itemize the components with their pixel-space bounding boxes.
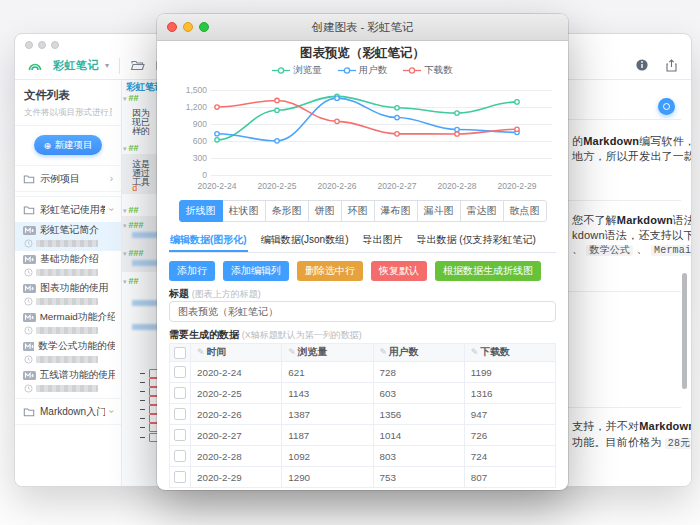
action-button[interactable]: 恢复默认 <box>371 261 427 281</box>
table-cell[interactable]: 1092 <box>282 446 373 467</box>
dialog-titlebar[interactable]: 创建图表 - 彩虹笔记 <box>157 14 568 41</box>
chart-type-tab[interactable]: 环图 <box>341 200 375 222</box>
data-point[interactable] <box>335 96 339 100</box>
table-cell[interactable]: 2020-2-29 <box>191 467 282 488</box>
table-cell[interactable]: 753 <box>373 467 464 488</box>
open-folder-icon[interactable] <box>130 58 145 73</box>
chart-type-tab[interactable]: 饼图 <box>308 200 342 222</box>
action-button[interactable]: 删除选中行 <box>297 261 363 281</box>
table-cell[interactable]: 724 <box>464 446 555 467</box>
table-cell[interactable]: 2020-2-27 <box>191 425 282 446</box>
table-cell[interactable]: 728 <box>373 362 464 383</box>
data-point[interactable] <box>215 105 219 109</box>
table-cell[interactable]: 803 <box>373 446 464 467</box>
table-cell[interactable]: 1143 <box>282 383 373 404</box>
table-cell[interactable]: 2020-2-28 <box>191 446 282 467</box>
data-point[interactable] <box>515 100 519 104</box>
data-point[interactable] <box>215 132 219 136</box>
sidebar-folder-tutorial[interactable]: 彩虹笔记使用教程 › <box>15 196 121 222</box>
sidebar-note-item[interactable]: 彩虹笔记简介 <box>15 222 121 251</box>
action-button[interactable]: 根据数据生成折线图 <box>435 261 541 281</box>
sidebar-folder-example[interactable]: 示例项目 › <box>15 165 121 192</box>
data-point[interactable] <box>395 115 399 119</box>
data-point[interactable] <box>335 119 339 123</box>
row-checkbox[interactable] <box>174 366 186 378</box>
data-point[interactable] <box>455 127 459 131</box>
chart-type-tab[interactable]: 条形图 <box>265 200 309 222</box>
data-point[interactable] <box>395 106 399 110</box>
legend-item-下载数[interactable]: 下载数 <box>403 64 453 77</box>
edit-column-icon[interactable]: ✎ <box>197 347 205 357</box>
edit-column-icon[interactable]: ✎ <box>471 347 479 357</box>
table-cell[interactable]: 603 <box>373 383 464 404</box>
data-point[interactable] <box>275 98 279 102</box>
row-checkbox[interactable] <box>174 408 186 420</box>
sidebar-folder-markdown[interactable]: Markdown入门教程 › <box>15 398 121 425</box>
row-checkbox[interactable] <box>174 387 186 399</box>
table-cell[interactable]: 1199 <box>464 362 555 383</box>
chart-type-tab[interactable]: 瀑布图 <box>374 200 418 222</box>
data-point[interactable] <box>215 138 219 142</box>
chart-type-tab[interactable]: 折线图 <box>179 200 223 222</box>
data-point[interactable] <box>395 132 399 136</box>
select-all-checkbox[interactable] <box>174 347 186 359</box>
editor-code-fragment: d` <box>132 184 143 194</box>
row-checkbox[interactable] <box>174 450 186 462</box>
column-header[interactable]: ✎浏览量 <box>282 344 373 362</box>
data-point[interactable] <box>455 111 459 115</box>
column-header[interactable]: ✎下载数 <box>464 344 555 362</box>
window-zoom-button[interactable] <box>51 41 59 49</box>
table-cell[interactable]: 726 <box>464 425 555 446</box>
legend-item-浏览量[interactable]: 浏览量 <box>272 64 322 77</box>
sidebar-note-item[interactable]: 图表功能的使用 <box>15 280 121 309</box>
data-point[interactable] <box>455 132 459 136</box>
legend-item-用户数[interactable]: 用户数 <box>338 64 388 77</box>
table-cell[interactable]: 621 <box>282 362 373 383</box>
table-cell[interactable]: 2020-2-25 <box>191 383 282 404</box>
data-tab[interactable]: 编辑数据(图形化) <box>169 230 248 252</box>
sidebar-note-item[interactable]: 五线谱功能的使用 <box>15 367 121 396</box>
app-name[interactable]: 彩虹笔记 <box>53 58 99 73</box>
data-tab[interactable]: 导出数据 (仅支持彩虹笔记) <box>415 230 536 252</box>
line-chart: 03006009001,2001,5002020-2-242020-2-2520… <box>169 78 556 192</box>
table-cell[interactable]: 807 <box>464 467 555 488</box>
scrollbar[interactable] <box>682 273 687 389</box>
row-checkbox[interactable] <box>174 429 186 441</box>
action-button[interactable]: 添加行 <box>169 261 215 281</box>
row-checkbox[interactable] <box>174 471 186 483</box>
new-project-button[interactable]: ⊕新建项目 <box>34 135 103 155</box>
edit-column-icon[interactable]: ✎ <box>288 347 296 357</box>
column-header[interactable]: ✎时间 <box>191 344 282 362</box>
table-cell[interactable]: 1356 <box>373 404 464 425</box>
data-tab[interactable]: 导出图片 <box>361 230 403 252</box>
window-close-button[interactable] <box>25 41 33 49</box>
chart-type-tab[interactable]: 漏斗图 <box>417 200 461 222</box>
chevron-down-icon[interactable]: ▾ <box>105 61 109 70</box>
table-cell[interactable]: 1387 <box>282 404 373 425</box>
data-point[interactable] <box>275 139 279 143</box>
table-cell[interactable]: 2020-2-24 <box>191 362 282 383</box>
data-tab[interactable]: 编辑数据(Json数组) <box>260 230 350 252</box>
column-header[interactable]: ✎用户数 <box>373 344 464 362</box>
share-icon[interactable] <box>664 58 679 73</box>
sync-fab-button[interactable] <box>658 98 675 115</box>
sidebar-note-item[interactable]: Mermaid功能介绍 <box>15 309 121 338</box>
edit-column-icon[interactable]: ✎ <box>380 347 388 357</box>
data-point[interactable] <box>515 127 519 131</box>
sidebar-note-item[interactable]: 数学公式功能的使用 <box>15 338 121 367</box>
table-cell[interactable]: 1316 <box>464 383 555 404</box>
sidebar-note-item[interactable]: 基础功能介绍 <box>15 251 121 280</box>
window-minimize-button[interactable] <box>38 41 46 49</box>
chart-type-tab[interactable]: 雷达图 <box>460 200 504 222</box>
table-cell[interactable]: 2020-2-26 <box>191 404 282 425</box>
table-cell[interactable]: 1014 <box>373 425 464 446</box>
table-cell[interactable]: 1187 <box>282 425 373 446</box>
chart-type-tab[interactable]: 柱状图 <box>222 200 266 222</box>
table-cell[interactable]: 947 <box>464 404 555 425</box>
table-cell[interactable]: 1290 <box>282 467 373 488</box>
chart-type-tab[interactable]: 散点图 <box>503 200 547 222</box>
action-button[interactable]: 添加编辑列 <box>223 261 289 281</box>
info-icon[interactable] <box>635 58 650 73</box>
data-point[interactable] <box>275 108 279 112</box>
chart-title-input[interactable] <box>169 301 556 322</box>
